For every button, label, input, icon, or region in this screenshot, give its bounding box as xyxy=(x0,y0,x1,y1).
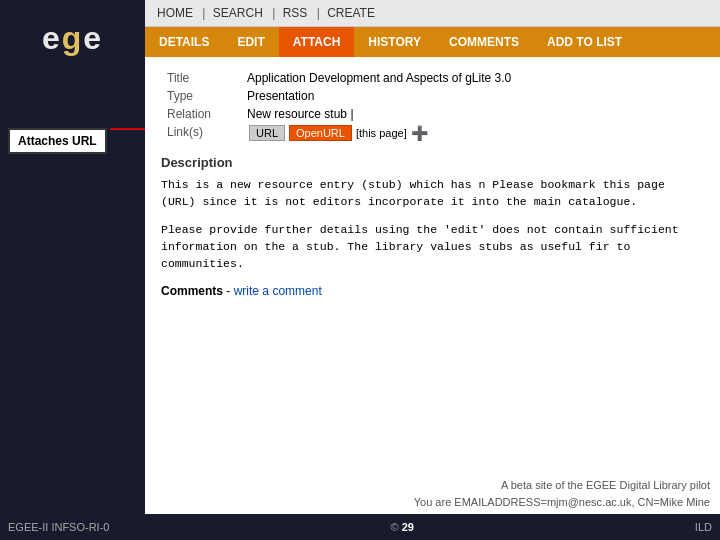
nav-create[interactable]: CREATE xyxy=(327,6,375,20)
bottombar-left: EGEE-II INFSO-RI-0 xyxy=(8,521,109,533)
content-area: Title Application Development and Aspect… xyxy=(145,57,720,537)
write-comment-link[interactable]: write a comment xyxy=(234,284,322,298)
url-button[interactable]: URL xyxy=(249,125,285,141)
tab-details[interactable]: DETAILS xyxy=(145,27,223,57)
bottombar-copyright: © 29 xyxy=(390,521,413,533)
bottombar-right: ILD xyxy=(695,521,712,533)
bottom-bar: EGEE-II INFSO-RI-0 © 29 ILD xyxy=(0,514,720,540)
tab-bar: DETAILS EDIT ATTACH HISTORY COMMENTS ADD… xyxy=(145,27,720,57)
description-heading: Description xyxy=(161,155,704,170)
tab-edit[interactable]: EDIT xyxy=(223,27,278,57)
tab-addtolist[interactable]: ADD TO LIST xyxy=(533,27,636,57)
description-paragraph-2: Please provide further details using the… xyxy=(161,221,704,273)
openurl-button[interactable]: OpenURL xyxy=(289,125,352,141)
page-number: 29 xyxy=(402,521,414,533)
footer-line1: A beta site of the EGEE Digital Library … xyxy=(414,477,710,495)
nav-home[interactable]: HOME xyxy=(157,6,193,20)
nav-sep-2: | xyxy=(272,6,275,20)
resource-info-table: Title Application Development and Aspect… xyxy=(161,69,517,143)
type-label: Type xyxy=(161,87,241,105)
this-page-label: [this page] xyxy=(356,127,407,139)
tab-history[interactable]: HISTORY xyxy=(354,27,435,57)
links-row-container: Link(s) URL OpenURL [this page] ➕ xyxy=(161,123,517,143)
tab-attach[interactable]: ATTACH xyxy=(279,27,355,57)
relation-label: Relation xyxy=(161,105,241,123)
nav-sep-1: | xyxy=(202,6,205,20)
sidebar: ege xyxy=(0,0,145,540)
comments-section: Comments - write a comment xyxy=(161,284,704,298)
links-cell: URL OpenURL [this page] ➕ xyxy=(241,123,517,143)
title-label: Title xyxy=(161,69,241,87)
links-label: Link(s) xyxy=(161,123,241,143)
nav-sep-3: | xyxy=(317,6,320,20)
comments-label: Comments xyxy=(161,284,223,298)
footer: A beta site of the EGEE Digital Library … xyxy=(414,477,710,512)
comments-separator: - xyxy=(226,284,233,298)
main-area: HOME | SEARCH | RSS | CREATE DETAILS EDI… xyxy=(145,0,720,540)
title-row: Title Application Development and Aspect… xyxy=(161,69,517,87)
relation-row: Relation New resource stub | xyxy=(161,105,517,123)
add-link-icon[interactable]: ➕ xyxy=(411,125,428,141)
nav-rss[interactable]: RSS xyxy=(283,6,308,20)
attaches-url-label: Attaches URL xyxy=(8,128,107,154)
nav-search[interactable]: SEARCH xyxy=(213,6,263,20)
title-value: Application Development and Aspects of g… xyxy=(241,69,517,87)
footer-line2: You are EMAILADDRESS=mjm@nesc.ac.uk, CN=… xyxy=(414,494,710,512)
top-nav: HOME | SEARCH | RSS | CREATE xyxy=(145,0,720,27)
description-paragraph-1: This is a new resource entry (stub) whic… xyxy=(161,176,704,211)
type-value: Presentation xyxy=(241,87,517,105)
tab-comments[interactable]: COMMENTS xyxy=(435,27,533,57)
links-row: URL OpenURL [this page] ➕ xyxy=(249,125,511,141)
type-row: Type Presentation xyxy=(161,87,517,105)
relation-value: New resource stub | xyxy=(241,105,517,123)
logo: ege xyxy=(42,20,103,57)
